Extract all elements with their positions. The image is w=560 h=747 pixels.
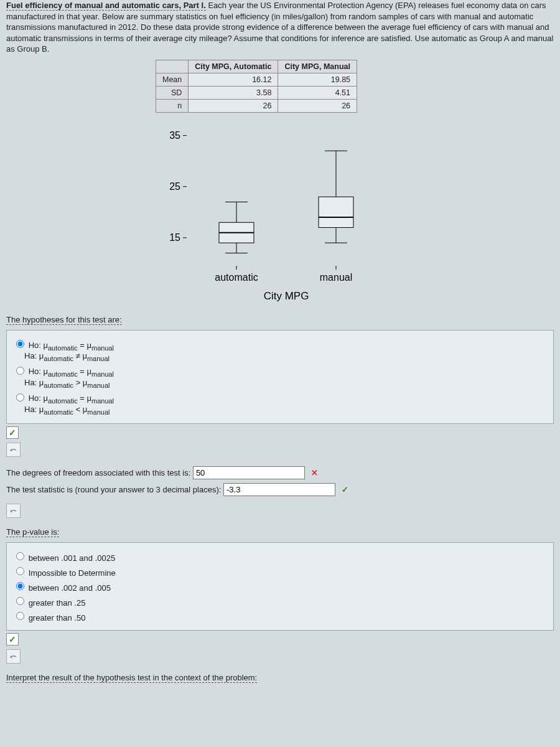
pvalue-label: The p-value is: [6, 527, 59, 537]
intro-text: Fuel efficiency of manual and automatic … [6, 0, 554, 55]
retry-icon[interactable]: ⤺ [6, 443, 21, 457]
hypotheses-box: Ho: μautomatic = μmanualHa: μautomatic ≠… [6, 330, 554, 424]
svg-text:automatic: automatic [215, 272, 258, 283]
pvalue-label-3: greater than .25 [29, 598, 86, 608]
hypothesis-label-0: Ho: μautomatic = μmanualHa: μautomatic ≠… [13, 341, 114, 361]
numeric-section: The degrees of freedom associated with t… [6, 466, 554, 518]
svg-rect-18 [319, 197, 353, 227]
retry-icon[interactable]: ⤺ [6, 504, 21, 518]
pvalue-section: The p-value is: between .001 and .0025 I… [6, 527, 554, 664]
hypotheses-section: The hypotheses for this test are: Ho: μa… [6, 315, 554, 457]
pvalue-radio-2[interactable] [16, 582, 24, 590]
df-label: The degrees of freedom associated with t… [6, 468, 190, 477]
svg-text:35: 35 [169, 129, 180, 140]
pvalue-label-1: Impossible to Determine [29, 568, 116, 578]
pvalue-label-2: between .002 and .005 [29, 583, 111, 593]
check-icon: ✓ [6, 426, 19, 439]
retry-icon[interactable]: ⤺ [6, 649, 21, 664]
svg-text:manual: manual [320, 272, 352, 283]
ts-input[interactable] [223, 483, 335, 496]
hypothesis-radio-1[interactable] [16, 367, 24, 375]
pvalue-radio-4[interactable] [16, 612, 24, 620]
check-icon: ✓ [6, 633, 19, 646]
boxplot-chart: 152535automaticmanualCity MPG [143, 114, 554, 309]
x-icon: ✕ [311, 468, 318, 477]
pvalue-box: between .001 and .0025 Impossible to Det… [6, 542, 554, 631]
df-input[interactable] [193, 466, 305, 479]
hypothesis-radio-2[interactable] [16, 393, 24, 402]
summary-table: City MPG, Automatic City MPG, Manual Mea… [156, 60, 357, 113]
pvalue-label-4: greater than .50 [29, 613, 86, 622]
hypotheses-label: The hypotheses for this test are: [6, 315, 122, 325]
interpret-section: Interpret the result of the hypothesis t… [6, 673, 554, 685]
pvalue-radio-1[interactable] [16, 567, 24, 575]
svg-text:15: 15 [169, 232, 180, 243]
hypothesis-label-2: Ho: μautomatic = μmanualHa: μautomatic <… [13, 393, 114, 414]
check-icon: ✓ [342, 485, 348, 494]
interpret-label: Interpret the result of the hypothesis t… [6, 673, 257, 683]
hypothesis-label-1: Ho: μautomatic = μmanualHa: μautomatic >… [13, 367, 114, 387]
pvalue-radio-3[interactable] [16, 597, 24, 605]
hypothesis-radio-0[interactable] [16, 340, 24, 348]
pvalue-label-0: between .001 and .0025 [29, 553, 116, 563]
ts-label: The test statistic is (round your answer… [6, 485, 221, 494]
svg-text:25: 25 [169, 181, 180, 192]
pvalue-radio-0[interactable] [16, 552, 24, 560]
svg-text:City MPG: City MPG [264, 290, 309, 302]
